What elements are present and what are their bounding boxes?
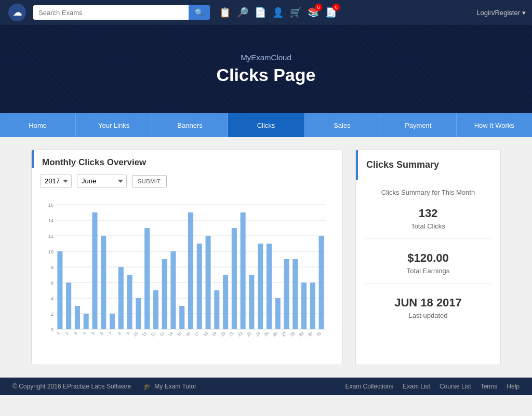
tab-clicks[interactable]: Clicks — [228, 113, 304, 137]
svg-rect-22 — [75, 306, 80, 329]
svg-text:6: 6 — [51, 280, 54, 286]
site-logo[interactable]: ☁ — [6, 2, 28, 23]
clicks-summary-panel: Clicks Summary Clicks Summary for This M… — [355, 150, 501, 365]
zoom-icon[interactable]: 🔎 — [237, 7, 248, 18]
last-updated-stat: JUN 18 2017 Last updated — [364, 296, 492, 328]
svg-text:2: 2 — [51, 312, 54, 317]
svg-rect-45 — [275, 298, 281, 329]
svg-rect-39 — [223, 275, 228, 329]
clipboard-icon[interactable]: 📋 — [219, 7, 231, 18]
svg-rect-42 — [249, 275, 254, 329]
svg-rect-33 — [170, 251, 176, 329]
svg-rect-25 — [101, 236, 106, 329]
summary-header: Clicks Summary — [356, 150, 500, 180]
svg-rect-44 — [267, 244, 272, 329]
svg-text:9: 9 — [125, 331, 130, 336]
total-earnings-value: $120.00 — [364, 251, 492, 265]
svg-text:25: 25 — [263, 331, 270, 338]
svg-text:20: 20 — [220, 331, 227, 338]
svg-rect-27 — [118, 267, 124, 329]
svg-rect-43 — [258, 244, 263, 329]
total-earnings-stat: $120.00 Total Earnings — [364, 251, 492, 284]
tab-how-it-works[interactable]: How It Works — [457, 113, 532, 137]
svg-rect-48 — [301, 283, 307, 329]
chart-header: Monthly Clicks Overview — [32, 150, 342, 168]
total-clicks-stat: 132 Total Clicks — [364, 207, 492, 239]
svg-text:28: 28 — [289, 331, 296, 338]
svg-text:31: 31 — [315, 331, 322, 338]
svg-text:3: 3 — [73, 331, 78, 336]
svg-rect-37 — [206, 236, 211, 329]
svg-text:12: 12 — [48, 234, 54, 239]
navbar-icons: 📋 🔎 📄 👤 🛒 📚0 🧾0 — [219, 7, 337, 18]
tab-sales[interactable]: Sales — [304, 113, 380, 137]
document-icon[interactable]: 📄 — [255, 7, 266, 18]
svg-text:8: 8 — [117, 331, 122, 336]
submit-button[interactable]: SUBMIT — [132, 175, 167, 187]
svg-text:2: 2 — [64, 331, 70, 336]
svg-text:4: 4 — [51, 296, 54, 301]
search-bar: 🔍 — [33, 5, 210, 20]
search-button[interactable]: 🔍 — [189, 5, 210, 20]
filter-row: 2017 2016 2018 June January February Mar… — [32, 174, 342, 194]
last-updated-value: JUN 18 2017 — [364, 296, 492, 310]
total-clicks-label: Total Clicks — [364, 222, 492, 230]
summary-title: Clicks Summary — [366, 159, 492, 170]
footer-link-help[interactable]: Help — [507, 383, 520, 390]
svg-text:16: 16 — [185, 331, 192, 338]
svg-text:13: 13 — [158, 331, 165, 338]
chevron-down-icon: ▾ — [522, 9, 526, 17]
tab-banners[interactable]: Banners — [152, 113, 228, 137]
total-clicks-value: 132 — [364, 207, 492, 220]
last-updated-label: Last updated — [364, 312, 492, 319]
svg-text:5: 5 — [90, 331, 96, 336]
year-select[interactable]: 2017 2016 2018 — [40, 174, 72, 188]
footer-links: Exam Collections Exam List Course List T… — [345, 383, 520, 390]
svg-rect-31 — [153, 290, 158, 329]
copyright-text: © Copyright 2016 EPractize Labs Software — [12, 383, 131, 390]
svg-text:0: 0 — [51, 327, 54, 332]
svg-rect-50 — [319, 236, 324, 329]
footer-link-exam-collections[interactable]: Exam Collections — [345, 383, 394, 390]
bar-chart: 0246810121416 12345678910111213141516171… — [37, 199, 334, 355]
svg-text:18: 18 — [202, 331, 209, 338]
svg-text:26: 26 — [272, 331, 278, 338]
login-register[interactable]: Login/Register ▾ — [476, 9, 526, 17]
hero-title: Clicks Page — [217, 65, 316, 85]
main-content: Monthly Clicks Overview 2017 2016 2018 J… — [0, 137, 532, 378]
svg-text:10: 10 — [132, 331, 139, 338]
footer-link-terms[interactable]: Terms — [481, 383, 498, 390]
svg-text:14: 14 — [167, 331, 174, 338]
svg-rect-36 — [197, 244, 202, 329]
svg-text:7: 7 — [108, 331, 113, 336]
svg-rect-38 — [214, 290, 219, 329]
svg-text:21: 21 — [229, 331, 235, 338]
book-icon[interactable]: 📚0 — [308, 7, 319, 18]
summary-body: Clicks Summary for This Month 132 Total … — [356, 180, 500, 336]
svg-text:1: 1 — [56, 331, 61, 336]
tab-home[interactable]: Home — [0, 113, 76, 137]
receipt-icon[interactable]: 🧾0 — [325, 7, 337, 18]
svg-rect-26 — [110, 314, 115, 329]
svg-rect-20 — [57, 251, 62, 329]
svg-text:17: 17 — [194, 331, 201, 338]
search-input[interactable] — [33, 5, 189, 20]
svg-text:10: 10 — [48, 249, 54, 254]
svg-text:4: 4 — [82, 331, 87, 336]
tab-your-links[interactable]: Your Links — [76, 113, 152, 137]
footer-link-course-list[interactable]: Course List — [440, 383, 471, 390]
svg-rect-32 — [162, 259, 167, 329]
user-icon[interactable]: 👤 — [272, 7, 284, 18]
hero-subtitle: MyExamCloud — [241, 53, 291, 62]
footer: © Copyright 2016 EPractize Labs Software… — [0, 378, 532, 395]
month-select[interactable]: June January February March April May Ju… — [77, 174, 127, 188]
svg-rect-46 — [284, 259, 289, 329]
svg-rect-40 — [232, 228, 237, 329]
tab-payment[interactable]: Payment — [380, 113, 456, 137]
svg-rect-34 — [179, 306, 184, 329]
svg-rect-35 — [188, 212, 193, 329]
receipt-badge: 0 — [332, 4, 340, 11]
footer-link-exam-list[interactable]: Exam List — [403, 383, 430, 390]
svg-rect-23 — [84, 314, 89, 329]
cart-icon[interactable]: 🛒 — [290, 7, 301, 18]
